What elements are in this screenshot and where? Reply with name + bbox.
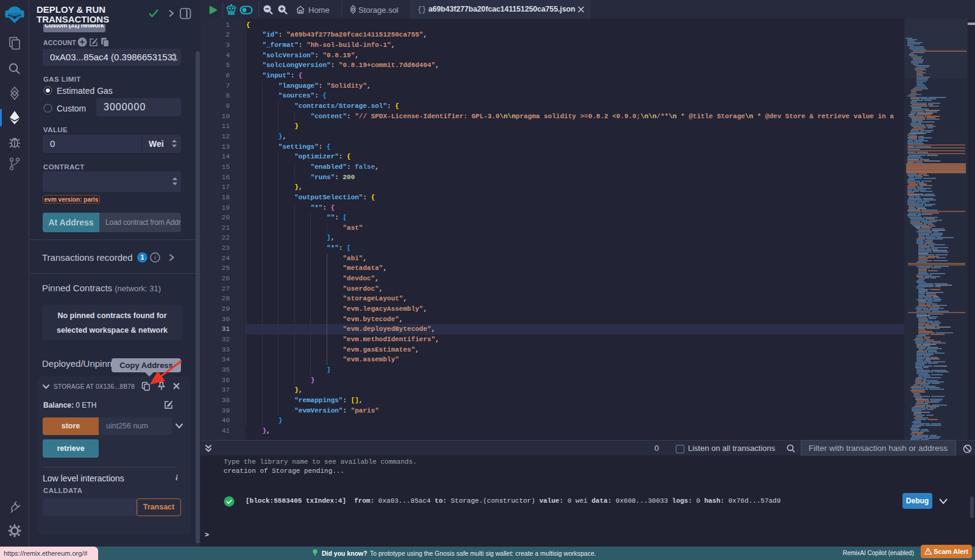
svg-text:i: i <box>154 253 156 261</box>
